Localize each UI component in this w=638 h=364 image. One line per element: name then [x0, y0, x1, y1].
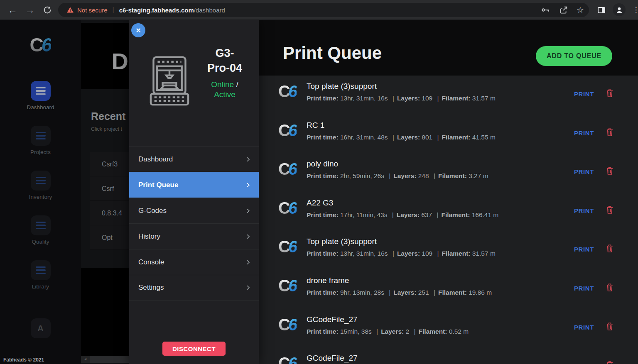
- disconnect-button[interactable]: DISCONNECT: [162, 342, 226, 356]
- trash-icon: [606, 361, 614, 364]
- logo-letter-c: C: [278, 315, 290, 334]
- print-job-text: RC 1Print time: 16hr, 31min, 48s |Layers…: [307, 121, 496, 141]
- layers-value: 109: [420, 95, 434, 102]
- print-button[interactable]: PRINT: [574, 362, 594, 364]
- layers-value: 637: [420, 211, 434, 218]
- print-button[interactable]: PRINT: [574, 129, 594, 137]
- print-button[interactable]: PRINT: [574, 324, 594, 331]
- field-separator: |: [437, 95, 439, 102]
- delete-job-button[interactable]: [606, 283, 614, 292]
- field-separator: |: [393, 134, 394, 141]
- browser-reload-button[interactable]: [39, 2, 56, 18]
- print-job-name: drone frame: [307, 276, 492, 285]
- logo-letter-c: C: [278, 276, 290, 295]
- printer-nav-g-codes[interactable]: G-Codes: [129, 198, 259, 223]
- printer-nav-history[interactable]: History: [129, 223, 259, 249]
- print-time-label: Print time:: [307, 172, 339, 179]
- print-button[interactable]: PRINT: [574, 168, 594, 175]
- password-key-button[interactable]: [540, 4, 552, 16]
- print-time-label: Print time:: [307, 134, 339, 141]
- logo-letter-6: 6: [288, 121, 297, 139]
- browser-forward-button[interactable]: →: [22, 2, 38, 18]
- c6-logo: C6: [278, 160, 297, 178]
- field-separator: |: [434, 172, 435, 179]
- delete-job-button[interactable]: [606, 89, 614, 98]
- delete-job-button[interactable]: [606, 166, 614, 176]
- browser-profile-button[interactable]: [613, 3, 626, 16]
- filament-label: Filament:: [442, 134, 471, 141]
- field-separator: |: [437, 211, 438, 218]
- print-button[interactable]: PRINT: [574, 285, 594, 292]
- print-job-details: Print time: 17hr, 11min, 43s |Layers: 63…: [307, 211, 498, 219]
- print-time-value: 9hr, 13min, 28s: [339, 289, 386, 296]
- printer-nav-print-queue[interactable]: Print Queue: [129, 172, 259, 198]
- logo-letter-6: 6: [288, 276, 297, 295]
- reload-icon: [43, 5, 52, 15]
- printer-panel-drawer: × G3-Pro-04 Online / Active Dashb: [129, 20, 259, 364]
- field-separator: |: [434, 289, 435, 296]
- layers-value: 2: [404, 328, 411, 335]
- browser-back-button[interactable]: ←: [4, 2, 21, 18]
- filament-label: Filament:: [442, 95, 471, 102]
- delete-job-button[interactable]: [606, 205, 614, 215]
- field-separator: |: [376, 328, 378, 335]
- c6-logo: C6: [278, 82, 297, 101]
- share-button[interactable]: [557, 4, 569, 16]
- c6-logo: C6: [278, 199, 297, 217]
- printer-nav-dashboard[interactable]: Dashboard: [129, 146, 259, 172]
- delete-job-button[interactable]: [606, 244, 614, 253]
- status-separator: /: [234, 80, 238, 89]
- field-separator: |: [389, 172, 390, 179]
- filament-label: Filament:: [438, 172, 467, 179]
- print-job-details: Print time: 13hr, 31min, 16s |Layers: 10…: [307, 95, 496, 102]
- print-job-details: Print time: 16hr, 31min, 48s |Layers: 80…: [307, 134, 496, 141]
- print-job-text: drone framePrint time: 9hr, 13min, 28s |…: [307, 276, 492, 296]
- printer-nav-label: History: [138, 232, 245, 241]
- bookmark-star-button[interactable]: ☆: [574, 4, 586, 16]
- print-time-value: 2hr, 59min, 26s: [339, 172, 386, 179]
- logo-letter-c: C: [278, 82, 290, 100]
- print-time-label: Print time:: [307, 250, 339, 257]
- filament-value: 166.41 m: [470, 211, 498, 218]
- c6-logo: C6: [278, 121, 297, 140]
- delete-job-button[interactable]: [606, 128, 614, 137]
- print-time-label: Print time:: [307, 95, 339, 102]
- side-panel-icon: [598, 7, 605, 13]
- modal-backdrop[interactable]: [0, 20, 129, 364]
- side-panel-button[interactable]: [596, 4, 607, 16]
- trash-icon: [606, 89, 614, 98]
- layers-label: Layers:: [393, 289, 416, 296]
- chevron-right-icon: [245, 156, 251, 163]
- print-job-details: Print time: 13hr, 31min, 16s |Layers: 10…: [307, 250, 496, 257]
- profile-person-icon: [615, 6, 623, 14]
- layers-value: 109: [420, 250, 434, 257]
- print-button[interactable]: PRINT: [574, 90, 594, 98]
- delete-job-button[interactable]: [606, 361, 614, 364]
- layers-label: Layers:: [381, 328, 404, 335]
- printer-nav-console[interactable]: Console: [129, 249, 259, 275]
- trash-icon: [606, 205, 614, 215]
- print-job-text: A22 G3Print time: 17hr, 11min, 43s |Laye…: [307, 198, 498, 219]
- print-job-row: C6GCodeFile_27PRINT: [259, 347, 638, 364]
- field-separator: |: [393, 95, 394, 102]
- printer-nav-label: Settings: [138, 283, 245, 292]
- print-job-text: Top plate (3)supportPrint time: 13hr, 31…: [307, 237, 496, 257]
- c6-logo: C6: [278, 237, 297, 256]
- browser-menu-button[interactable]: ⋮: [632, 5, 638, 15]
- chevron-right-icon: [245, 182, 251, 188]
- address-bar[interactable]: Not secure | c6-staging.fabheads.com /da…: [58, 3, 589, 17]
- trash-icon: [606, 283, 614, 292]
- print-button[interactable]: PRINT: [574, 246, 594, 253]
- chevron-right-icon: [245, 208, 251, 214]
- delete-job-button[interactable]: [606, 322, 614, 331]
- share-icon: [559, 6, 568, 15]
- print-job-name: GCodeFile_27: [307, 315, 469, 324]
- add-to-queue-button[interactable]: ADD TO QUEUE: [536, 46, 612, 66]
- address-divider: |: [113, 6, 114, 14]
- trash-icon: [606, 166, 614, 176]
- printer-nav-settings[interactable]: Settings: [129, 275, 259, 300]
- close-button[interactable]: ×: [131, 23, 145, 37]
- print-job-text: poly dinoPrint time: 2hr, 59min, 26s |La…: [307, 159, 488, 180]
- print-button[interactable]: PRINT: [574, 207, 594, 214]
- print-job-details: Print time: 9hr, 13min, 28s |Layers: 251…: [307, 289, 492, 296]
